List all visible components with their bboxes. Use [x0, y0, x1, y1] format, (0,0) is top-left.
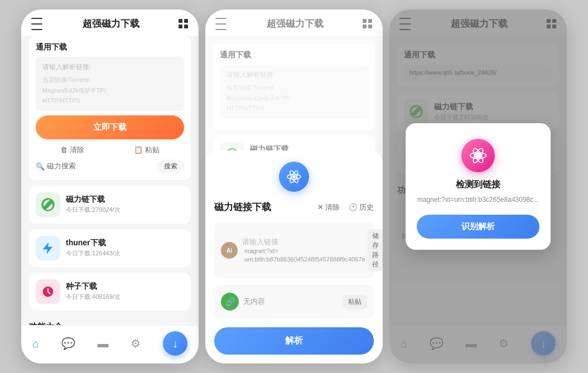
- thuner-card-name: thuner下载: [66, 238, 184, 248]
- no-content-text: 无内容: [243, 297, 265, 307]
- link-input-area[interactable]: 请输入解析链接: 迅雷链接/Torrent/Magnet/Ed2k电驴/FTP/…: [36, 57, 184, 111]
- paste-row: 🔗 无内容 粘贴: [214, 285, 374, 318]
- input-left: Ai 请输入链接 magnet:?xt=urn:btih:b87b8636045…: [221, 237, 368, 264]
- app-title-2: 超强磁力下载: [267, 17, 324, 30]
- main-content-1: 通用下载 请输入解析链接: 迅雷链接/Torrent/Magnet/Ed2k电驴…: [21, 36, 199, 325]
- thuner-card[interactable]: thuner下载 今日下载:126443/次: [29, 229, 191, 267]
- modal-overlay: 检测到链接 magnet:?xt=urn:btih:b3c265e8a43098…: [389, 9, 567, 364]
- magnet-icon: [36, 192, 60, 217]
- svg-point-21: [296, 171, 299, 173]
- download-icon: ↓: [172, 337, 178, 350]
- x-icon: ✕: [317, 203, 324, 211]
- paste-left: 🔗 无内容: [221, 293, 265, 311]
- seed-card-info: 种子下载 今日下载:408169/次: [66, 282, 184, 301]
- history-overlay-btn[interactable]: 🕐 历史: [349, 202, 374, 212]
- seed-card[interactable]: 种子下载 今日下载:408169/次: [29, 273, 191, 311]
- magnet-card-info: 磁力链下载 今日下载:279024/次: [66, 195, 184, 214]
- settings-icon: ⚙: [131, 337, 141, 350]
- modal-text: magnet:?xt=urn:btih:b3c265e8a43098c...: [417, 195, 539, 205]
- user-avatar: Ai: [221, 242, 238, 259]
- menu-icon-2: [215, 18, 228, 30]
- nav-settings[interactable]: ⚙: [131, 337, 141, 350]
- app-header-1: 超强磁力下载: [21, 9, 199, 36]
- overlay-header: 磁力链接下载 ✕ 清除 🕐 历史: [214, 201, 374, 214]
- link-placeholder: 请输入链接: [242, 237, 368, 247]
- trash-icon: 🗑: [60, 146, 68, 154]
- thuner-card-info: thuner下载 今日下载:126443/次: [66, 238, 184, 258]
- nav-home[interactable]: ⌂: [32, 337, 39, 350]
- cards-icon: ▬: [98, 337, 109, 350]
- svg-point-17: [292, 175, 296, 178]
- paste-button[interactable]: 📋 粘贴: [134, 145, 160, 155]
- clear-overlay-btn[interactable]: ✕ 清除: [317, 202, 340, 212]
- phone-2: 超强磁力下载 通用下载 请输入解析链接: 迅雷链接/Torrent/Magnet…: [205, 9, 383, 364]
- universal-title: 通用下载: [36, 42, 184, 52]
- modal-dialog: 检测到链接 magnet:?xt=urn:btih:b3c265e8a43098…: [406, 123, 551, 250]
- link-icon: 🔗: [221, 293, 239, 311]
- magnet-card[interactable]: 磁力链下载 今日下载:279024/次: [29, 186, 191, 224]
- menu-icon[interactable]: [31, 18, 44, 30]
- search-row: 🔍 磁力搜索 搜索: [36, 159, 184, 173]
- magnet-card-name: 磁力链下载: [66, 195, 184, 205]
- save-path-button[interactable]: 储存路径: [368, 229, 383, 272]
- clipboard-icon: 📋: [134, 146, 143, 154]
- chat-icon: 💬: [61, 337, 75, 350]
- features-title: 功能大全: [29, 316, 191, 326]
- magnet-link-text: magnet:?xt=urn:btih:b87b8636045248f54578…: [242, 247, 368, 264]
- universal-download-box: 通用下载 请输入解析链接: 迅雷链接/Torrent/Magnet/Ed2k电驴…: [29, 36, 191, 180]
- svg-point-25: [476, 153, 481, 158]
- modal-icon: [461, 139, 495, 172]
- search-icon: 🔍: [36, 162, 45, 171]
- overlay-app-icon: [279, 162, 309, 192]
- bottom-nav-1: ⌂ 💬 ▬ ⚙ ↓: [21, 325, 199, 364]
- app-title-1: 超强磁力下载: [83, 17, 139, 30]
- modal-confirm-button[interactable]: 识别解析: [417, 215, 539, 239]
- overlay-actions: ✕ 清除 🕐 历史: [317, 202, 374, 212]
- grid-icon-1[interactable]: [179, 19, 189, 29]
- seed-icon: [36, 279, 60, 304]
- seed-card-name: 种子下载: [66, 282, 184, 292]
- paste-button-overlay[interactable]: 粘贴: [343, 295, 367, 309]
- clear-button[interactable]: 🗑 清除: [60, 145, 84, 155]
- clock-icon: 🕐: [349, 203, 358, 211]
- grid-icon-2: [363, 19, 373, 29]
- modal-title: 检测到链接: [417, 179, 539, 191]
- phone-3: 超强磁力下载 通用下载 https://www.qb5.la/book_2842…: [389, 9, 567, 364]
- app-header-2: 超强磁力下载: [205, 9, 383, 36]
- nav-chat[interactable]: 💬: [61, 337, 75, 350]
- search-button[interactable]: 搜索: [157, 159, 184, 173]
- overlay-title: 磁力链接下载: [214, 201, 271, 214]
- nav-cards[interactable]: ▬: [98, 337, 109, 350]
- thuner-icon: [36, 236, 60, 260]
- analyze-button[interactable]: 解析: [214, 327, 374, 355]
- overlay-panel: 磁力链接下载 ✕ 清除 🕐 历史 Ai: [205, 151, 383, 364]
- home-icon: ⌂: [32, 337, 39, 350]
- link-input-row[interactable]: Ai 请输入链接 magnet:?xt=urn:btih:b87b8636045…: [214, 222, 374, 278]
- action-row: 🗑 清除 📋 粘贴: [36, 145, 184, 155]
- seed-card-count: 今日下载:408169/次: [66, 293, 184, 301]
- magnet-card-count: 今日下载:279024/次: [66, 206, 184, 214]
- download-button[interactable]: 立即下载: [36, 115, 184, 139]
- thuner-card-count: 今日下载:126443/次: [66, 249, 184, 258]
- phone-1: 超强磁力下载 通用下载 请输入解析链接: 迅雷链接/Torrent/Magnet…: [21, 9, 199, 364]
- input-hints: 迅雷链接/Torrent/Magnet/Ed2k电驴/FTP/HTTP/HTTP…: [42, 76, 106, 104]
- input-placeholder: 请输入解析链接:: [42, 62, 177, 72]
- nav-download-button[interactable]: ↓: [163, 331, 187, 356]
- link-input-content: 请输入链接 magnet:?xt=urn:btih:b87b8636045248…: [242, 237, 368, 264]
